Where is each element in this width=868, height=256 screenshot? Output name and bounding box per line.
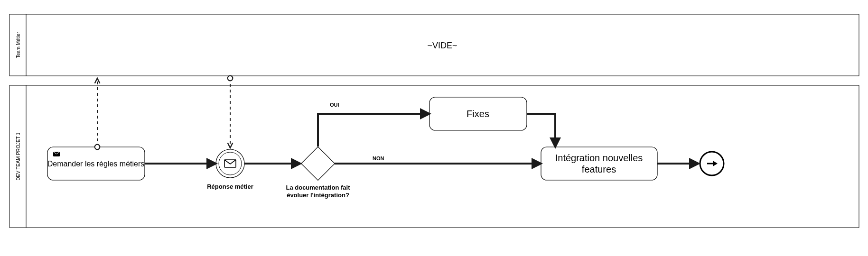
gateway-caption-l1: La documentation fait xyxy=(286,184,350,191)
gateway-doc-evolution[interactable]: La documentation fait évoluer l'intégrat… xyxy=(286,147,350,199)
svg-rect-12 xyxy=(541,147,657,180)
task-integration-label-l2: features xyxy=(582,164,616,174)
lane-team-metier[interactable]: Team Métier ~VIDE~ xyxy=(9,14,859,76)
lane-placeholder: ~VIDE~ xyxy=(427,41,457,50)
bpmn-diagram: Team Métier ~VIDE~ DEV TEAM PROJET 1 Dem… xyxy=(0,0,868,256)
task-integration[interactable]: Intégration nouvelles features xyxy=(541,147,657,180)
end-event[interactable] xyxy=(700,152,724,175)
lane-title-bottom: DEV TEAM PROJET 1 xyxy=(16,132,21,181)
flow-label-yes: OUI xyxy=(330,102,339,108)
flow-gateway-yes[interactable] xyxy=(318,114,429,146)
gateway-caption-l2: évoluer l'intégration? xyxy=(287,192,349,199)
flow-fixes-to-integration[interactable] xyxy=(527,114,555,147)
task-request-label: Demander les règles métiers xyxy=(47,160,145,168)
task-fixes[interactable]: Fixes xyxy=(429,97,527,130)
task-request-rules[interactable]: Demander les règles métiers xyxy=(47,147,145,180)
event-response-metier[interactable]: Réponse métier xyxy=(207,149,253,190)
task-fixes-label: Fixes xyxy=(467,109,489,119)
event-response-caption: Réponse métier xyxy=(207,183,253,190)
task-integration-label-l1: Intégration nouvelles xyxy=(555,153,643,163)
send-marker-icon xyxy=(53,152,60,156)
envelope-icon xyxy=(224,160,236,167)
lane-title-top: Team Métier xyxy=(16,32,21,58)
flow-label-no: NON xyxy=(373,155,384,161)
svg-rect-10 xyxy=(301,147,335,181)
